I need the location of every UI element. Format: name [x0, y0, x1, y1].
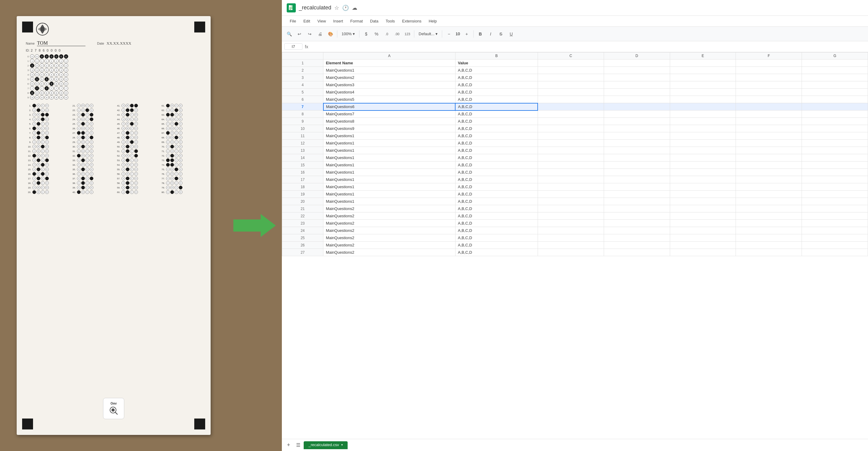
cell-f[interactable] [736, 198, 802, 205]
cell-g[interactable] [802, 147, 868, 154]
toolbar-decimal-more-btn[interactable]: .0 [382, 29, 392, 39]
cell-e[interactable] [670, 111, 736, 118]
col-header-c[interactable]: C [538, 53, 604, 59]
cell-d[interactable] [604, 242, 670, 249]
cell-a[interactable]: Element Name [323, 59, 456, 67]
toolbar-percent-btn[interactable]: % [372, 29, 381, 39]
cell-c[interactable] [538, 89, 604, 96]
cell-f[interactable] [736, 234, 802, 242]
cell-c[interactable] [538, 125, 604, 132]
cell-b[interactable]: A,B,C,D [455, 169, 538, 176]
cell-f[interactable] [736, 176, 802, 183]
cell-d[interactable] [604, 213, 670, 220]
cell-b[interactable]: A,B,C,D [455, 147, 538, 154]
cell-g[interactable] [802, 132, 868, 140]
cell-b[interactable]: Value [455, 59, 538, 67]
cell-c[interactable] [538, 198, 604, 205]
cell-f[interactable] [736, 220, 802, 227]
cell-g[interactable] [802, 191, 868, 198]
cell-e[interactable] [670, 234, 736, 242]
cell-e[interactable] [670, 169, 736, 176]
cell-a[interactable]: MainQuestions1 [323, 132, 456, 140]
cell-f[interactable] [736, 213, 802, 220]
cell-d[interactable] [604, 81, 670, 89]
col-header-g[interactable]: G [802, 53, 868, 59]
cell-c[interactable] [538, 176, 604, 183]
cell-f[interactable] [736, 242, 802, 249]
cell-g[interactable] [802, 169, 868, 176]
cell-b[interactable]: A,B,C,D [455, 249, 538, 256]
cell-f[interactable] [736, 111, 802, 118]
history-icon[interactable]: 🕐 [342, 4, 349, 11]
cell-d[interactable] [604, 118, 670, 125]
toolbar-redo-btn[interactable]: ↪ [305, 29, 315, 39]
cell-d[interactable] [604, 132, 670, 140]
cell-a[interactable]: MainQuestions2 [323, 249, 456, 256]
cell-e[interactable] [670, 140, 736, 147]
cell-a[interactable]: MainQuestions1 [323, 183, 456, 191]
cell-c[interactable] [538, 59, 604, 67]
cell-a[interactable]: MainQuestions1 [323, 198, 456, 205]
toolbar-search-btn[interactable]: 🔍 [284, 29, 294, 39]
toolbar-font[interactable]: Default... ▾ [416, 30, 440, 37]
cell-d[interactable] [604, 140, 670, 147]
cell-c[interactable] [538, 154, 604, 162]
cell-c[interactable] [538, 118, 604, 125]
cell-b[interactable]: A,B,C,D [455, 125, 538, 132]
cell-g[interactable] [802, 96, 868, 103]
cell-c[interactable] [538, 220, 604, 227]
cell-g[interactable] [802, 118, 868, 125]
cell-e[interactable] [670, 125, 736, 132]
cell-a[interactable]: MainQuestions1 [323, 147, 456, 154]
cell-c[interactable] [538, 169, 604, 176]
cell-g[interactable] [802, 220, 868, 227]
cell-g[interactable] [802, 198, 868, 205]
cell-a[interactable]: MainQuestions1 [323, 169, 456, 176]
cell-b[interactable]: A,B,C,D [455, 67, 538, 74]
cell-e[interactable] [670, 198, 736, 205]
add-sheet-btn[interactable]: + [284, 441, 293, 450]
cell-f[interactable] [736, 162, 802, 169]
toolbar-undo-btn[interactable]: ↩ [294, 29, 304, 39]
cell-e[interactable] [670, 213, 736, 220]
cell-c[interactable] [538, 81, 604, 89]
cell-d[interactable] [604, 227, 670, 234]
cell-a[interactable]: MainQuestions1 [323, 191, 456, 198]
cell-g[interactable] [802, 162, 868, 169]
cell-b[interactable]: A,B,C,D [455, 140, 538, 147]
cell-b[interactable]: A,B,C,D [455, 154, 538, 162]
cell-b[interactable]: A,B,C,D [455, 96, 538, 103]
cell-a[interactable]: MainQuestions2 [323, 205, 456, 213]
cell-c[interactable] [538, 132, 604, 140]
cell-d[interactable] [604, 89, 670, 96]
cell-g[interactable] [802, 111, 868, 118]
cell-b[interactable]: A,B,C,D [455, 81, 538, 89]
cell-b[interactable]: A,B,C,D [455, 191, 538, 198]
cell-g[interactable] [802, 125, 868, 132]
cloud-icon[interactable]: ☁ [352, 4, 357, 11]
cell-b[interactable]: A,B,C,D [455, 89, 538, 96]
cell-e[interactable] [670, 67, 736, 74]
cell-g[interactable] [802, 154, 868, 162]
cell-c[interactable] [538, 242, 604, 249]
cell-b[interactable]: A,B,C,D [455, 111, 538, 118]
cell-e[interactable] [670, 242, 736, 249]
cell-g[interactable] [802, 249, 868, 256]
cell-b[interactable]: A,B,C,D [455, 132, 538, 140]
toolbar-zoom[interactable]: 100% ▾ [339, 30, 357, 37]
cell-g[interactable] [802, 205, 868, 213]
cell-c[interactable] [538, 249, 604, 256]
cell-g[interactable] [802, 81, 868, 89]
cell-f[interactable] [736, 249, 802, 256]
cell-d[interactable] [604, 176, 670, 183]
toolbar-format-num-btn[interactable]: 123 [402, 29, 412, 39]
toolbar-strikethrough-btn[interactable]: S [496, 29, 506, 39]
cell-b[interactable]: A,B,C,D [455, 103, 538, 111]
cell-a[interactable]: MainQuestions3 [323, 81, 456, 89]
cell-g[interactable] [802, 176, 868, 183]
menu-help[interactable]: Help [426, 18, 440, 25]
cell-a[interactable]: MainQuestions2 [323, 213, 456, 220]
cell-f[interactable] [736, 74, 802, 81]
cell-a[interactable]: MainQuestions2 [323, 234, 456, 242]
cell-g[interactable] [802, 234, 868, 242]
